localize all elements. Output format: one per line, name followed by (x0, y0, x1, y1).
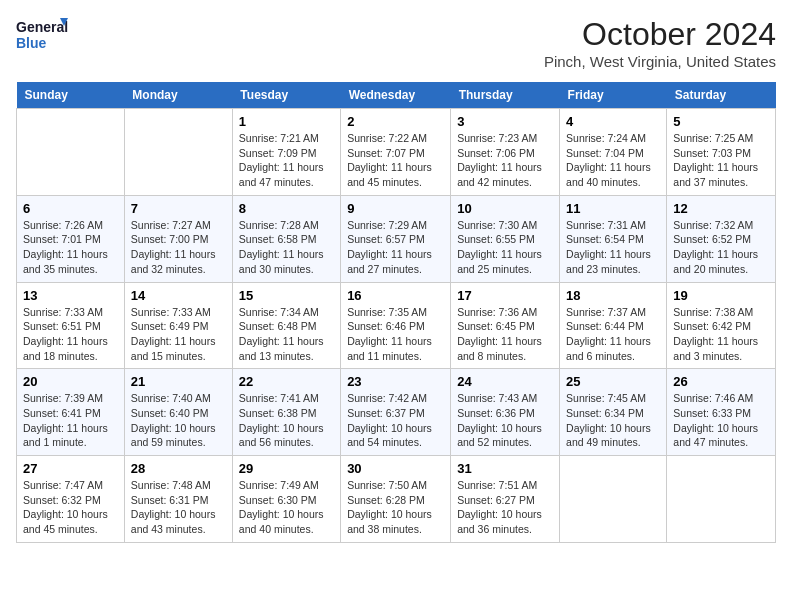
calendar-cell: 29 Sunrise: 7:49 AM Sunset: 6:30 PM Dayl… (232, 456, 340, 543)
calendar-cell: 10 Sunrise: 7:30 AM Sunset: 6:55 PM Dayl… (451, 195, 560, 282)
sunset-text: Sunset: 6:54 PM (566, 232, 660, 247)
sunrise-text: Sunrise: 7:42 AM (347, 391, 444, 406)
daylight-text: Daylight: 11 hours and 8 minutes. (457, 334, 553, 363)
daylight-text: Daylight: 11 hours and 37 minutes. (673, 160, 769, 189)
sunset-text: Sunset: 6:34 PM (566, 406, 660, 421)
cell-info: Sunrise: 7:27 AM Sunset: 7:00 PM Dayligh… (131, 218, 226, 277)
sunset-text: Sunset: 7:09 PM (239, 146, 334, 161)
sunrise-text: Sunrise: 7:50 AM (347, 478, 444, 493)
daylight-text: Daylight: 10 hours and 36 minutes. (457, 507, 553, 536)
sunrise-text: Sunrise: 7:45 AM (566, 391, 660, 406)
month-title: October 2024 (544, 16, 776, 53)
sunrise-text: Sunrise: 7:37 AM (566, 305, 660, 320)
daylight-text: Daylight: 11 hours and 42 minutes. (457, 160, 553, 189)
day-number: 7 (131, 201, 226, 216)
sunrise-text: Sunrise: 7:35 AM (347, 305, 444, 320)
sunrise-text: Sunrise: 7:32 AM (673, 218, 769, 233)
weekday-header-friday: Friday (560, 82, 667, 109)
sunset-text: Sunset: 7:04 PM (566, 146, 660, 161)
daylight-text: Daylight: 11 hours and 3 minutes. (673, 334, 769, 363)
daylight-text: Daylight: 10 hours and 45 minutes. (23, 507, 118, 536)
day-number: 14 (131, 288, 226, 303)
cell-info: Sunrise: 7:39 AM Sunset: 6:41 PM Dayligh… (23, 391, 118, 450)
calendar-cell (560, 456, 667, 543)
calendar-cell: 22 Sunrise: 7:41 AM Sunset: 6:38 PM Dayl… (232, 369, 340, 456)
daylight-text: Daylight: 10 hours and 56 minutes. (239, 421, 334, 450)
title-area: October 2024 Pinch, West Virginia, Unite… (544, 16, 776, 70)
sunrise-text: Sunrise: 7:51 AM (457, 478, 553, 493)
sunset-text: Sunset: 6:48 PM (239, 319, 334, 334)
day-number: 15 (239, 288, 334, 303)
cell-info: Sunrise: 7:23 AM Sunset: 7:06 PM Dayligh… (457, 131, 553, 190)
cell-info: Sunrise: 7:47 AM Sunset: 6:32 PM Dayligh… (23, 478, 118, 537)
weekday-header-monday: Monday (124, 82, 232, 109)
daylight-text: Daylight: 11 hours and 45 minutes. (347, 160, 444, 189)
sunrise-text: Sunrise: 7:29 AM (347, 218, 444, 233)
sunset-text: Sunset: 7:06 PM (457, 146, 553, 161)
calendar-cell: 14 Sunrise: 7:33 AM Sunset: 6:49 PM Dayl… (124, 282, 232, 369)
daylight-text: Daylight: 11 hours and 6 minutes. (566, 334, 660, 363)
sunrise-text: Sunrise: 7:34 AM (239, 305, 334, 320)
cell-info: Sunrise: 7:42 AM Sunset: 6:37 PM Dayligh… (347, 391, 444, 450)
daylight-text: Daylight: 11 hours and 25 minutes. (457, 247, 553, 276)
day-number: 31 (457, 461, 553, 476)
sunrise-text: Sunrise: 7:25 AM (673, 131, 769, 146)
calendar-cell: 1 Sunrise: 7:21 AM Sunset: 7:09 PM Dayli… (232, 109, 340, 196)
calendar-cell: 19 Sunrise: 7:38 AM Sunset: 6:42 PM Dayl… (667, 282, 776, 369)
cell-info: Sunrise: 7:34 AM Sunset: 6:48 PM Dayligh… (239, 305, 334, 364)
cell-info: Sunrise: 7:49 AM Sunset: 6:30 PM Dayligh… (239, 478, 334, 537)
calendar-week-4: 20 Sunrise: 7:39 AM Sunset: 6:41 PM Dayl… (17, 369, 776, 456)
calendar-cell: 20 Sunrise: 7:39 AM Sunset: 6:41 PM Dayl… (17, 369, 125, 456)
sunset-text: Sunset: 7:03 PM (673, 146, 769, 161)
calendar-cell: 25 Sunrise: 7:45 AM Sunset: 6:34 PM Dayl… (560, 369, 667, 456)
weekday-header-tuesday: Tuesday (232, 82, 340, 109)
sunset-text: Sunset: 6:27 PM (457, 493, 553, 508)
cell-info: Sunrise: 7:48 AM Sunset: 6:31 PM Dayligh… (131, 478, 226, 537)
day-number: 29 (239, 461, 334, 476)
sunset-text: Sunset: 7:07 PM (347, 146, 444, 161)
calendar-cell: 13 Sunrise: 7:33 AM Sunset: 6:51 PM Dayl… (17, 282, 125, 369)
sunrise-text: Sunrise: 7:40 AM (131, 391, 226, 406)
logo-svg: General Blue (16, 16, 68, 56)
sunset-text: Sunset: 6:58 PM (239, 232, 334, 247)
sunset-text: Sunset: 6:32 PM (23, 493, 118, 508)
daylight-text: Daylight: 11 hours and 15 minutes. (131, 334, 226, 363)
cell-info: Sunrise: 7:22 AM Sunset: 7:07 PM Dayligh… (347, 131, 444, 190)
day-number: 25 (566, 374, 660, 389)
sunrise-text: Sunrise: 7:24 AM (566, 131, 660, 146)
daylight-text: Daylight: 11 hours and 23 minutes. (566, 247, 660, 276)
calendar-cell: 11 Sunrise: 7:31 AM Sunset: 6:54 PM Dayl… (560, 195, 667, 282)
day-number: 13 (23, 288, 118, 303)
weekday-header-thursday: Thursday (451, 82, 560, 109)
calendar-cell: 31 Sunrise: 7:51 AM Sunset: 6:27 PM Dayl… (451, 456, 560, 543)
sunrise-text: Sunrise: 7:49 AM (239, 478, 334, 493)
sunrise-text: Sunrise: 7:36 AM (457, 305, 553, 320)
calendar-cell: 28 Sunrise: 7:48 AM Sunset: 6:31 PM Dayl… (124, 456, 232, 543)
day-number: 8 (239, 201, 334, 216)
daylight-text: Daylight: 10 hours and 47 minutes. (673, 421, 769, 450)
calendar-cell: 18 Sunrise: 7:37 AM Sunset: 6:44 PM Dayl… (560, 282, 667, 369)
daylight-text: Daylight: 10 hours and 54 minutes. (347, 421, 444, 450)
calendar-cell: 9 Sunrise: 7:29 AM Sunset: 6:57 PM Dayli… (341, 195, 451, 282)
daylight-text: Daylight: 11 hours and 27 minutes. (347, 247, 444, 276)
day-number: 26 (673, 374, 769, 389)
location-title: Pinch, West Virginia, United States (544, 53, 776, 70)
weekday-header-saturday: Saturday (667, 82, 776, 109)
sunrise-text: Sunrise: 7:46 AM (673, 391, 769, 406)
day-number: 20 (23, 374, 118, 389)
day-number: 27 (23, 461, 118, 476)
day-number: 16 (347, 288, 444, 303)
daylight-text: Daylight: 11 hours and 20 minutes. (673, 247, 769, 276)
sunrise-text: Sunrise: 7:28 AM (239, 218, 334, 233)
cell-info: Sunrise: 7:50 AM Sunset: 6:28 PM Dayligh… (347, 478, 444, 537)
cell-info: Sunrise: 7:46 AM Sunset: 6:33 PM Dayligh… (673, 391, 769, 450)
sunset-text: Sunset: 6:49 PM (131, 319, 226, 334)
sunset-text: Sunset: 6:41 PM (23, 406, 118, 421)
daylight-text: Daylight: 11 hours and 47 minutes. (239, 160, 334, 189)
daylight-text: Daylight: 11 hours and 30 minutes. (239, 247, 334, 276)
page-header: General Blue October 2024 Pinch, West Vi… (16, 16, 776, 70)
cell-info: Sunrise: 7:43 AM Sunset: 6:36 PM Dayligh… (457, 391, 553, 450)
calendar-cell: 3 Sunrise: 7:23 AM Sunset: 7:06 PM Dayli… (451, 109, 560, 196)
cell-info: Sunrise: 7:31 AM Sunset: 6:54 PM Dayligh… (566, 218, 660, 277)
sunset-text: Sunset: 6:38 PM (239, 406, 334, 421)
